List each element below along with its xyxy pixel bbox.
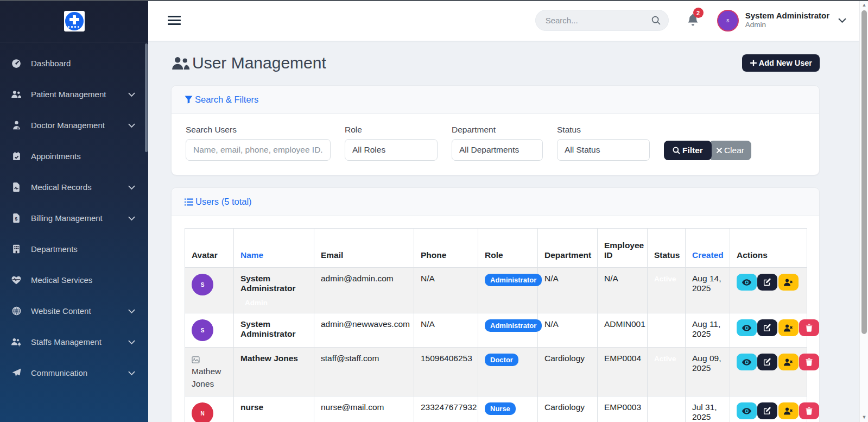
deactivate-user-button[interactable]: [778, 354, 799, 370]
sidebar-item-label: Medical Records: [31, 182, 92, 192]
search-users-input[interactable]: [193, 145, 323, 155]
role-field: Role All Roles: [345, 125, 438, 161]
list-icon: [185, 198, 193, 206]
scrollbar-thumb[interactable]: [861, 10, 867, 334]
notifications-button[interactable]: 2: [687, 13, 699, 28]
user-department: N/A: [544, 319, 559, 329]
role-label: Role: [345, 125, 438, 135]
user-full-name: System Administrator: [240, 274, 296, 293]
sidebar-item-label: Communication: [31, 368, 87, 377]
col-employee-id: Employee ID: [598, 229, 648, 268]
user-name: System Administrator: [745, 11, 829, 21]
chevron-down-icon: [128, 216, 135, 221]
users-icon: [171, 56, 191, 71]
view-user-button[interactable]: [737, 274, 757, 291]
delete-user-button[interactable]: [799, 319, 819, 336]
chevron-down-icon: [128, 123, 135, 128]
scroll-up-arrow[interactable]: ▲: [860, 1, 868, 9]
chevron-down-icon: [128, 309, 135, 313]
col-created-sort[interactable]: Created: [686, 229, 730, 268]
filter-button[interactable]: Filter: [664, 141, 712, 160]
scroll-down-arrow[interactable]: ▼: [860, 413, 868, 421]
deactivate-user-button[interactable]: [778, 274, 799, 291]
file-medical-icon: [11, 182, 22, 192]
heart-pulse-icon: [11, 276, 22, 285]
add-new-user-button[interactable]: Add New User: [742, 54, 820, 72]
status-select[interactable]: All Status: [557, 139, 650, 161]
sidebar-item-communication[interactable]: Communication: [0, 357, 148, 388]
search-users-label: Search Users: [186, 125, 331, 135]
edit-user-button[interactable]: [757, 319, 777, 336]
status-badge: Active: [654, 275, 676, 283]
delete-user-button[interactable]: [799, 402, 819, 419]
edit-user-button[interactable]: [757, 274, 777, 291]
gauge-icon: [11, 59, 22, 68]
hospital-logo: [64, 11, 85, 32]
role-select[interactable]: All Roles: [345, 139, 438, 161]
edit-user-button[interactable]: [757, 354, 777, 370]
page-scrollbar[interactable]: ▲ ▼: [859, 0, 868, 422]
global-search-input[interactable]: [536, 16, 668, 25]
sidebar-item-label: Website Content: [31, 306, 91, 316]
delete-user-button[interactable]: [799, 354, 819, 370]
main-area: 2 s System Administrator Admin: [148, 0, 859, 422]
sidebar-item-staffs-management[interactable]: Staffs Management: [0, 326, 148, 357]
sidebar-item-website-content[interactable]: Website Content: [0, 295, 148, 326]
notification-badge: 2: [693, 8, 704, 18]
sidebar-toggle-button[interactable]: [168, 16, 181, 25]
avatar: S: [192, 274, 213, 295]
deactivate-user-button[interactable]: [778, 319, 799, 336]
medical-cross-icon: [65, 12, 84, 30]
clear-filters-button[interactable]: Clear: [709, 141, 751, 160]
sidebar-item-billing-management[interactable]: $ Billing Management: [0, 203, 148, 234]
sidebar-item-appointments[interactable]: Appointments: [0, 141, 148, 172]
plus-icon: [750, 59, 757, 67]
sidebar-item-departments[interactable]: Departments: [0, 234, 148, 264]
sidebar-item-doctor-management[interactable]: Doctor Management: [0, 110, 148, 141]
filters-card: Search & Filters Search Users Role All R…: [171, 85, 820, 175]
app-window: Dashboard Patient Management Doctor Mana…: [0, 0, 868, 422]
broken-avatar-image: Mathew Jones: [192, 354, 227, 390]
user-department: Cardiology: [544, 402, 585, 412]
role-badge: Administrator: [485, 274, 542, 286]
user-menu[interactable]: s System Administrator Admin: [717, 10, 846, 32]
role-badge: Administrator: [485, 319, 542, 332]
col-phone: Phone: [414, 229, 478, 268]
sidebar-scrollbar[interactable]: [145, 43, 148, 152]
sidebar-item-label: Medical Services: [31, 275, 92, 285]
view-user-button[interactable]: [737, 402, 757, 419]
user-full-name: Mathew Jones: [240, 354, 298, 363]
deactivate-user-button[interactable]: [778, 402, 799, 419]
view-user-button[interactable]: [737, 354, 757, 370]
sidebar-item-dashboard[interactable]: Dashboard: [0, 48, 148, 79]
edit-user-button[interactable]: [757, 402, 777, 419]
user-role: Admin: [745, 21, 829, 30]
role-badge: Nurse: [485, 402, 516, 415]
user-created-date: Aug 09, 2025: [692, 354, 721, 373]
filters-card-header: Search & Filters: [172, 86, 819, 114]
status-badge: Active: [654, 355, 676, 363]
department-select[interactable]: All Departments: [452, 139, 543, 161]
view-user-button[interactable]: [737, 319, 757, 336]
topbar: 2 s System Administrator Admin: [148, 0, 859, 41]
user-employee-id: EMP0004: [604, 354, 641, 363]
user-phone: N/A: [421, 274, 435, 283]
search-icon[interactable]: [651, 16, 661, 27]
status-label: Status: [557, 125, 650, 135]
user-employee-id: N/A: [604, 274, 618, 283]
chevron-down-icon: [128, 185, 135, 190]
globe-icon: [11, 306, 22, 316]
user-email: admin@admin.com: [321, 274, 394, 283]
users-gear-icon: [11, 338, 22, 347]
search-icon: [673, 147, 680, 154]
chevron-down-icon: [128, 92, 135, 97]
sidebar-item-medical-records[interactable]: Medical Records: [0, 172, 148, 203]
sidebar-item-patient-management[interactable]: Patient Management: [0, 79, 148, 110]
status-field: Status All Status: [557, 125, 650, 161]
col-name-sort[interactable]: Name: [234, 229, 314, 268]
sidebar-item-medical-services[interactable]: Medical Services: [0, 264, 148, 295]
department-field: Department All Departments: [452, 125, 543, 161]
file-invoice-dollar-icon: $: [11, 213, 22, 223]
user-full-name: System Administrator: [240, 319, 296, 338]
status-badge: Active: [654, 404, 676, 412]
